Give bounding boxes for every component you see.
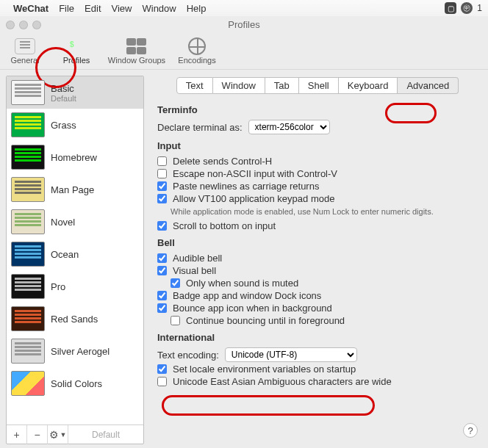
profile-row[interactable]: BasicDefault bbox=[7, 76, 143, 109]
help-button[interactable]: ? bbox=[463, 423, 478, 438]
zoom-icon[interactable] bbox=[32, 21, 41, 29]
add-profile-button[interactable]: + bbox=[7, 425, 27, 444]
scroll-to-bottom-label: Scroll to bottom on input bbox=[173, 220, 276, 231]
keypad-note: While application mode is enabled, use N… bbox=[171, 207, 478, 216]
toolbar-window-groups[interactable]: Window Groups bbox=[107, 37, 166, 66]
profile-thumb-icon bbox=[11, 274, 45, 299]
input-checkbox[interactable] bbox=[157, 194, 167, 203]
bell-checkbox[interactable] bbox=[157, 266, 167, 275]
menu-help[interactable]: Help bbox=[187, 3, 207, 14]
profile-settings-panel: TextWindowTabShellKeyboardAdvanced Termi… bbox=[144, 70, 488, 444]
menu-window[interactable]: Window bbox=[142, 3, 176, 14]
remove-profile-button[interactable]: − bbox=[27, 425, 48, 444]
input-label: Allow VT100 application keypad mode bbox=[173, 193, 334, 204]
input-checkbox[interactable] bbox=[157, 156, 167, 166]
profile-thumb-icon bbox=[11, 145, 45, 170]
input-option[interactable]: Paste newlines as carriage returns bbox=[157, 181, 478, 192]
scroll-to-bottom-row[interactable]: Scroll to bottom on input bbox=[157, 220, 478, 231]
bell-label: Audible bell bbox=[173, 253, 222, 264]
toolbar-profiles[interactable]: Profiles bbox=[56, 37, 97, 66]
bell-checkbox[interactable] bbox=[171, 278, 180, 288]
bell-option[interactable]: Badge app and window Dock icons bbox=[157, 290, 478, 301]
bell-checkbox[interactable] bbox=[171, 316, 180, 325]
profile-row[interactable]: Ocean bbox=[7, 238, 143, 270]
window-controls[interactable] bbox=[6, 21, 41, 29]
menubar-app-name[interactable]: WeChat bbox=[13, 3, 49, 14]
toolbar-general[interactable]: General bbox=[4, 37, 46, 66]
profile-name: Solid Colors bbox=[51, 378, 102, 389]
bell-option[interactable]: Only when sound is muted bbox=[171, 278, 478, 289]
input-label: Escape non-ASCII input with Control-V bbox=[173, 168, 337, 179]
preferences-window: Profiles General Profiles Window Groups … bbox=[0, 16, 488, 448]
scroll-to-bottom-checkbox[interactable] bbox=[157, 221, 167, 231]
bell-option[interactable]: Continue bouncing until in foreground bbox=[171, 315, 478, 326]
input-label: Paste newlines as carriage returns bbox=[173, 181, 319, 192]
intl-option[interactable]: Set locale environment variables on star… bbox=[157, 364, 478, 375]
bell-option[interactable]: Bounce app icon when in background bbox=[157, 303, 478, 314]
settings-tabs: TextWindowTabShellKeyboardAdvanced bbox=[157, 77, 478, 94]
close-icon[interactable] bbox=[6, 21, 15, 29]
text-encoding-select[interactable]: Unicode (UTF-8) bbox=[225, 347, 357, 362]
input-checkbox[interactable] bbox=[157, 169, 167, 178]
set-default-button[interactable]: Default bbox=[68, 430, 143, 440]
menu-edit[interactable]: Edit bbox=[85, 3, 101, 14]
input-checkbox[interactable] bbox=[157, 181, 167, 191]
declare-terminal-select[interactable]: xterm-256color bbox=[248, 120, 330, 134]
menu-view[interactable]: View bbox=[112, 3, 132, 14]
profiles-sidebar: BasicDefaultGrassHomebrewMan PageNovelOc… bbox=[6, 76, 144, 444]
intl-option[interactable]: Unicode East Asian Ambiguous characters … bbox=[157, 376, 478, 387]
profile-name: Novel bbox=[51, 217, 75, 228]
intl-checkbox[interactable] bbox=[157, 377, 167, 386]
international-heading: International bbox=[157, 332, 478, 343]
tab-tab[interactable]: Tab bbox=[265, 77, 299, 94]
profile-thumb-icon bbox=[11, 177, 45, 202]
bell-checkbox[interactable] bbox=[157, 291, 167, 300]
menubar-status[interactable]: ▢ ㊥ 1 bbox=[445, 2, 482, 14]
bell-checkbox[interactable] bbox=[157, 303, 167, 313]
intl-label: Set locale environment variables on star… bbox=[173, 364, 356, 375]
input-option[interactable]: Escape non-ASCII input with Control-V bbox=[157, 168, 478, 179]
bell-label: Continue bouncing until in foreground bbox=[186, 315, 345, 326]
profile-row[interactable]: Novel bbox=[7, 206, 143, 238]
screencap-icon[interactable]: ▢ bbox=[445, 2, 456, 14]
profile-thumb-icon bbox=[11, 371, 45, 396]
profile-row[interactable]: Man Page bbox=[7, 173, 143, 206]
bell-option[interactable]: Audible bell bbox=[157, 253, 478, 264]
profile-row[interactable]: Solid Colors bbox=[7, 367, 143, 400]
menu-file[interactable]: File bbox=[59, 3, 74, 14]
bell-checkbox[interactable] bbox=[157, 253, 167, 263]
window-title: Profiles bbox=[0, 16, 488, 32]
profile-row[interactable]: Pro bbox=[7, 270, 143, 303]
profile-row[interactable]: Homebrew bbox=[7, 141, 143, 173]
tab-window[interactable]: Window bbox=[213, 77, 265, 94]
profile-row[interactable]: Red Sands bbox=[7, 303, 143, 335]
profile-name: Basic bbox=[51, 83, 76, 94]
toolbar-encodings[interactable]: Encodings bbox=[176, 37, 218, 66]
profile-row[interactable]: Silver Aerogel bbox=[7, 335, 143, 367]
profile-thumb-icon bbox=[11, 80, 45, 105]
bell-label: Badge app and window Dock icons bbox=[173, 290, 321, 301]
tab-keyboard[interactable]: Keyboard bbox=[339, 77, 398, 94]
bell-option[interactable]: Visual bell bbox=[157, 265, 478, 276]
chevron-down-icon: ▼ bbox=[60, 431, 67, 438]
declare-terminal-label: Declare terminal as: bbox=[157, 122, 243, 133]
input-option[interactable]: Delete sends Control-H bbox=[157, 156, 478, 167]
intl-label: Unicode East Asian Ambiguous characters … bbox=[173, 376, 392, 387]
bell-heading: Bell bbox=[157, 237, 478, 248]
tab-advanced[interactable]: Advanced bbox=[398, 77, 459, 94]
profile-actions-menu[interactable]: ⚙ ▼ bbox=[48, 425, 68, 444]
toolbar-encodings-label: Encodings bbox=[178, 56, 215, 65]
ime-icon[interactable]: ㊥ bbox=[461, 2, 473, 14]
input-option[interactable]: Allow VT100 application keypad mode bbox=[157, 193, 478, 204]
profile-thumb-icon bbox=[11, 339, 45, 364]
menubar: WeChat File Edit View Window Help ▢ ㊥ 1 bbox=[0, 0, 488, 16]
profile-row[interactable]: Grass bbox=[7, 109, 143, 141]
profile-thumb-icon bbox=[11, 306, 45, 331]
minimize-icon[interactable] bbox=[19, 21, 28, 29]
toolbar-profiles-label: Profiles bbox=[63, 56, 90, 65]
tab-shell[interactable]: Shell bbox=[299, 77, 339, 94]
tab-text[interactable]: Text bbox=[176, 77, 213, 94]
intl-checkbox[interactable] bbox=[157, 364, 167, 374]
profiles-list[interactable]: BasicDefaultGrassHomebrewMan PageNovelOc… bbox=[7, 76, 143, 424]
profile-thumb-icon bbox=[11, 112, 45, 137]
